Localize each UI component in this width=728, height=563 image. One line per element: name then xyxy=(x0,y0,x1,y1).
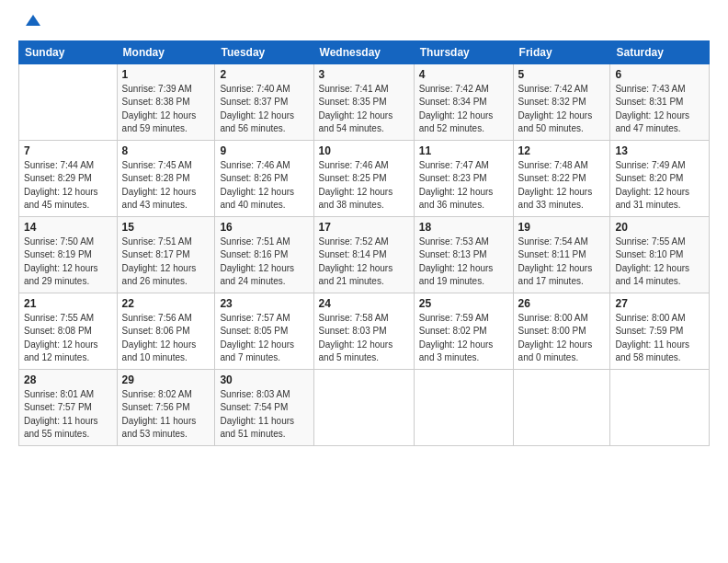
day-info: Sunrise: 8:03 AM Sunset: 7:54 PM Dayligh… xyxy=(220,388,308,442)
day-number: 22 xyxy=(122,297,210,310)
page: SundayMondayTuesdayWednesdayThursdayFrid… xyxy=(0,0,728,563)
day-info: Sunrise: 7:48 AM Sunset: 8:22 PM Dayligh… xyxy=(518,159,606,213)
calendar-cell: 2Sunrise: 7:40 AM Sunset: 8:37 PM Daylig… xyxy=(215,63,313,140)
calendar-cell: 11Sunrise: 7:47 AM Sunset: 8:23 PM Dayli… xyxy=(414,140,513,216)
calendar-cell: 4Sunrise: 7:42 AM Sunset: 8:34 PM Daylig… xyxy=(414,63,513,140)
calendar-cell: 23Sunrise: 7:57 AM Sunset: 8:05 PM Dayli… xyxy=(215,293,313,369)
day-number: 18 xyxy=(419,221,508,234)
column-header-saturday: Saturday xyxy=(610,40,710,63)
calendar-cell: 7Sunrise: 7:44 AM Sunset: 8:29 PM Daylig… xyxy=(19,140,118,216)
calendar-cell xyxy=(19,63,118,140)
day-info: Sunrise: 8:00 AM Sunset: 8:00 PM Dayligh… xyxy=(518,312,606,365)
column-header-monday: Monday xyxy=(117,40,215,63)
day-info: Sunrise: 7:47 AM Sunset: 8:23 PM Dayligh… xyxy=(419,159,508,213)
day-info: Sunrise: 7:46 AM Sunset: 8:25 PM Dayligh… xyxy=(319,159,409,213)
day-info: Sunrise: 7:58 AM Sunset: 8:03 PM Dayligh… xyxy=(319,312,409,365)
calendar-cell: 16Sunrise: 7:51 AM Sunset: 8:16 PM Dayli… xyxy=(215,216,313,293)
calendar-cell: 18Sunrise: 7:53 AM Sunset: 8:13 PM Dayli… xyxy=(414,216,513,293)
day-number: 27 xyxy=(615,297,704,310)
day-number: 5 xyxy=(518,68,606,81)
column-header-tuesday: Tuesday xyxy=(215,40,313,63)
day-number: 7 xyxy=(24,144,112,157)
day-info: Sunrise: 7:46 AM Sunset: 8:26 PM Dayligh… xyxy=(220,159,308,213)
calendar-week-row: 14Sunrise: 7:50 AM Sunset: 8:19 PM Dayli… xyxy=(19,216,710,293)
day-info: Sunrise: 7:56 AM Sunset: 8:06 PM Dayligh… xyxy=(122,312,210,365)
day-info: Sunrise: 7:41 AM Sunset: 8:35 PM Dayligh… xyxy=(319,83,409,136)
calendar-cell: 13Sunrise: 7:49 AM Sunset: 8:20 PM Dayli… xyxy=(610,140,710,216)
day-info: Sunrise: 7:51 AM Sunset: 8:17 PM Dayligh… xyxy=(122,236,210,289)
calendar-cell: 15Sunrise: 7:51 AM Sunset: 8:17 PM Dayli… xyxy=(117,216,215,293)
day-info: Sunrise: 7:51 AM Sunset: 8:16 PM Dayligh… xyxy=(220,236,308,289)
day-info: Sunrise: 7:53 AM Sunset: 8:13 PM Dayligh… xyxy=(419,236,508,289)
calendar-cell: 27Sunrise: 8:00 AM Sunset: 7:59 PM Dayli… xyxy=(610,293,710,369)
day-info: Sunrise: 8:02 AM Sunset: 7:56 PM Dayligh… xyxy=(122,388,210,442)
calendar-cell xyxy=(414,369,513,445)
day-info: Sunrise: 7:59 AM Sunset: 8:02 PM Dayligh… xyxy=(419,312,508,365)
calendar-header-row: SundayMondayTuesdayWednesdayThursdayFrid… xyxy=(19,40,710,63)
calendar-week-row: 7Sunrise: 7:44 AM Sunset: 8:29 PM Daylig… xyxy=(19,140,710,216)
calendar-cell: 24Sunrise: 7:58 AM Sunset: 8:03 PM Dayli… xyxy=(313,293,414,369)
calendar-cell: 22Sunrise: 7:56 AM Sunset: 8:06 PM Dayli… xyxy=(117,293,215,369)
day-info: Sunrise: 8:00 AM Sunset: 7:59 PM Dayligh… xyxy=(615,312,704,365)
calendar-cell: 29Sunrise: 8:02 AM Sunset: 7:56 PM Dayli… xyxy=(117,369,215,445)
column-header-friday: Friday xyxy=(513,40,610,63)
calendar-cell xyxy=(513,369,610,445)
calendar-cell: 30Sunrise: 8:03 AM Sunset: 7:54 PM Dayli… xyxy=(215,369,313,445)
day-number: 25 xyxy=(419,297,508,310)
calendar-cell: 5Sunrise: 7:42 AM Sunset: 8:32 PM Daylig… xyxy=(513,63,610,140)
calendar-cell xyxy=(313,369,414,445)
day-info: Sunrise: 7:42 AM Sunset: 8:34 PM Dayligh… xyxy=(419,83,508,136)
day-info: Sunrise: 7:43 AM Sunset: 8:31 PM Dayligh… xyxy=(615,83,704,136)
day-number: 14 xyxy=(24,221,112,234)
day-number: 9 xyxy=(220,144,308,157)
day-number: 21 xyxy=(24,297,112,310)
day-number: 24 xyxy=(319,297,409,310)
day-info: Sunrise: 7:42 AM Sunset: 8:32 PM Dayligh… xyxy=(518,83,606,136)
calendar-cell: 1Sunrise: 7:39 AM Sunset: 8:38 PM Daylig… xyxy=(117,63,215,140)
day-number: 20 xyxy=(615,221,704,234)
calendar-cell: 3Sunrise: 7:41 AM Sunset: 8:35 PM Daylig… xyxy=(313,63,414,140)
calendar-cell: 8Sunrise: 7:45 AM Sunset: 8:28 PM Daylig… xyxy=(117,140,215,216)
calendar-cell: 26Sunrise: 8:00 AM Sunset: 8:00 PM Dayli… xyxy=(513,293,610,369)
day-number: 26 xyxy=(518,297,606,310)
calendar-week-row: 1Sunrise: 7:39 AM Sunset: 8:38 PM Daylig… xyxy=(19,63,710,140)
day-number: 4 xyxy=(419,68,508,81)
day-number: 28 xyxy=(24,373,112,386)
day-number: 17 xyxy=(319,221,409,234)
calendar-cell: 21Sunrise: 7:55 AM Sunset: 8:08 PM Dayli… xyxy=(19,293,118,369)
column-header-sunday: Sunday xyxy=(19,40,118,63)
day-info: Sunrise: 7:55 AM Sunset: 8:10 PM Dayligh… xyxy=(615,236,704,289)
svg-marker-0 xyxy=(26,15,40,26)
logo xyxy=(18,15,44,33)
day-number: 8 xyxy=(122,144,210,157)
day-info: Sunrise: 7:49 AM Sunset: 8:20 PM Dayligh… xyxy=(615,159,704,213)
day-info: Sunrise: 7:55 AM Sunset: 8:08 PM Dayligh… xyxy=(24,312,112,365)
header xyxy=(18,15,710,33)
day-number: 29 xyxy=(122,373,210,386)
day-number: 19 xyxy=(518,221,606,234)
calendar-cell: 25Sunrise: 7:59 AM Sunset: 8:02 PM Dayli… xyxy=(414,293,513,369)
day-number: 13 xyxy=(615,144,704,157)
day-number: 11 xyxy=(419,144,508,157)
column-header-thursday: Thursday xyxy=(414,40,513,63)
day-info: Sunrise: 7:50 AM Sunset: 8:19 PM Dayligh… xyxy=(24,236,112,289)
logo-icon xyxy=(22,9,44,31)
calendar-cell: 28Sunrise: 8:01 AM Sunset: 7:57 PM Dayli… xyxy=(19,369,118,445)
calendar-cell: 12Sunrise: 7:48 AM Sunset: 8:22 PM Dayli… xyxy=(513,140,610,216)
day-info: Sunrise: 7:52 AM Sunset: 8:14 PM Dayligh… xyxy=(319,236,409,289)
day-number: 15 xyxy=(122,221,210,234)
calendar-cell: 6Sunrise: 7:43 AM Sunset: 8:31 PM Daylig… xyxy=(610,63,710,140)
day-info: Sunrise: 7:39 AM Sunset: 8:38 PM Dayligh… xyxy=(122,83,210,136)
day-number: 16 xyxy=(220,221,308,234)
calendar-cell: 17Sunrise: 7:52 AM Sunset: 8:14 PM Dayli… xyxy=(313,216,414,293)
day-number: 30 xyxy=(220,373,308,386)
calendar-cell: 14Sunrise: 7:50 AM Sunset: 8:19 PM Dayli… xyxy=(19,216,118,293)
day-info: Sunrise: 7:57 AM Sunset: 8:05 PM Dayligh… xyxy=(220,312,308,365)
calendar-table: SundayMondayTuesdayWednesdayThursdayFrid… xyxy=(18,40,710,446)
day-info: Sunrise: 7:54 AM Sunset: 8:11 PM Dayligh… xyxy=(518,236,606,289)
day-number: 23 xyxy=(220,297,308,310)
calendar-cell: 10Sunrise: 7:46 AM Sunset: 8:25 PM Dayli… xyxy=(313,140,414,216)
calendar-cell: 9Sunrise: 7:46 AM Sunset: 8:26 PM Daylig… xyxy=(215,140,313,216)
calendar-week-row: 21Sunrise: 7:55 AM Sunset: 8:08 PM Dayli… xyxy=(19,293,710,369)
day-number: 3 xyxy=(319,68,409,81)
